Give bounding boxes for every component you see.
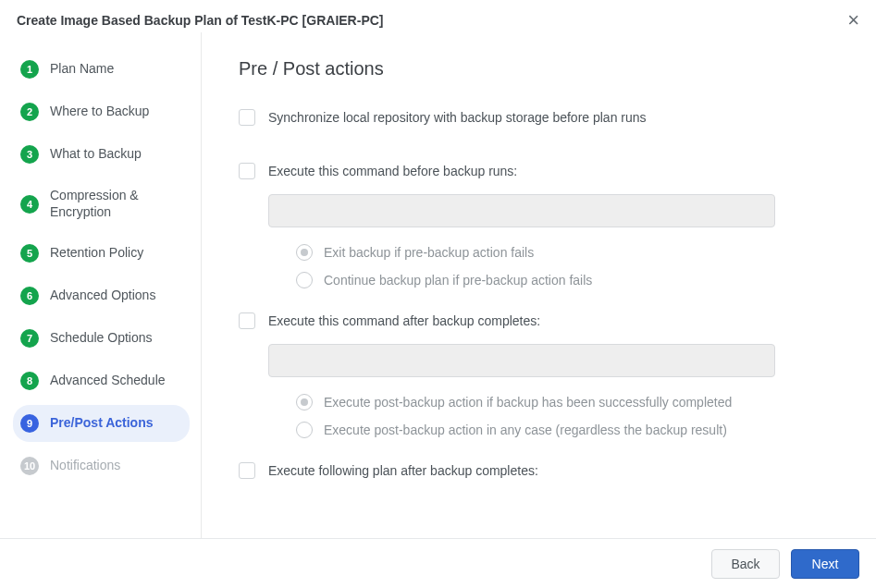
step-label: Schedule Options <box>50 330 153 347</box>
radio-label: Continue backup plan if pre-backup actio… <box>324 273 592 288</box>
radio-pre-continue[interactable] <box>296 272 313 288</box>
dialog-footer: Back Next <box>0 538 876 588</box>
checkbox-pre-command[interactable] <box>239 163 255 179</box>
checkbox-chain-plan[interactable] <box>239 462 255 479</box>
step-label: What to Backup <box>50 146 142 163</box>
step-compression-encryption[interactable]: 4 Compression & Encryption <box>13 178 190 229</box>
option-pre-command: Execute this command before backup runs: <box>239 163 839 179</box>
checkbox-label: Execute this command before backup runs: <box>268 164 517 178</box>
step-label: Advanced Options <box>50 288 155 304</box>
step-what-to-backup[interactable]: 3 What to Backup <box>13 136 190 173</box>
step-number-badge: 8 <box>20 372 39 390</box>
radio-post-any[interactable] <box>296 422 313 438</box>
step-label: Advanced Schedule <box>50 373 166 389</box>
step-notifications[interactable]: 10 Notifications <box>13 447 190 484</box>
option-post-command: Execute this command after backup comple… <box>239 312 839 329</box>
option-sync-repository: Synchronize local repository with backup… <box>239 109 839 126</box>
step-label: Retention Policy <box>50 245 143 262</box>
back-button[interactable]: Back <box>711 549 780 579</box>
checkbox-label: Execute this command after backup comple… <box>268 313 540 328</box>
radio-row-post-success[interactable]: Execute post-backup action if backup has… <box>296 394 839 410</box>
step-label: Compression & Encryption <box>50 188 182 220</box>
radio-label: Execute post-backup action in any case (… <box>324 423 727 437</box>
dialog-header: Create Image Based Backup Plan of TestK-… <box>0 0 876 32</box>
checkbox-label: Synchronize local repository with backup… <box>268 110 647 125</box>
wizard-sidebar: 1 Plan Name 2 Where to Backup 3 What to … <box>0 32 202 538</box>
step-advanced-options[interactable]: 6 Advanced Options <box>13 277 190 314</box>
next-button[interactable]: Next <box>791 549 859 579</box>
step-advanced-schedule[interactable]: 8 Advanced Schedule <box>13 362 190 399</box>
dialog-body: 1 Plan Name 2 Where to Backup 3 What to … <box>0 32 876 538</box>
step-number-badge: 7 <box>20 329 39 348</box>
radio-row-post-any[interactable]: Execute post-backup action in any case (… <box>296 422 839 438</box>
radio-label: Execute post-backup action if backup has… <box>324 395 732 410</box>
step-number-badge: 5 <box>20 244 39 263</box>
step-number-badge: 2 <box>20 103 39 121</box>
step-number-badge: 3 <box>20 145 39 164</box>
checkbox-post-command[interactable] <box>239 312 255 329</box>
main-panel: Pre / Post actions Synchronize local rep… <box>202 32 876 538</box>
step-number-badge: 10 <box>20 457 39 475</box>
dialog-title: Create Image Based Backup Plan of TestK-… <box>17 13 384 28</box>
pre-command-input[interactable] <box>268 194 775 227</box>
radio-label: Exit backup if pre-backup action fails <box>324 245 534 260</box>
checkbox-sync[interactable] <box>239 109 255 126</box>
step-number-badge: 9 <box>20 414 39 433</box>
checkbox-label: Execute following plan after backup comp… <box>268 463 538 478</box>
step-label: Where to Backup <box>50 104 149 120</box>
step-label: Plan Name <box>50 61 114 78</box>
close-icon[interactable]: × <box>847 10 859 31</box>
radio-row-pre-continue[interactable]: Continue backup plan if pre-backup actio… <box>296 272 839 288</box>
step-where-to-backup[interactable]: 2 Where to Backup <box>13 93 190 130</box>
radio-pre-exit[interactable] <box>296 244 313 261</box>
step-pre-post-actions[interactable]: 9 Pre/Post Actions <box>13 405 190 442</box>
step-number-badge: 4 <box>20 195 39 214</box>
radio-row-pre-exit[interactable]: Exit backup if pre-backup action fails <box>296 244 839 261</box>
step-number-badge: 1 <box>20 60 39 79</box>
option-chain-plan: Execute following plan after backup comp… <box>239 462 839 479</box>
step-number-badge: 6 <box>20 287 39 305</box>
step-label: Pre/Post Actions <box>50 415 154 432</box>
step-label: Notifications <box>50 458 120 474</box>
step-retention-policy[interactable]: 5 Retention Policy <box>13 235 190 272</box>
radio-post-success[interactable] <box>296 394 313 410</box>
page-title: Pre / Post actions <box>239 58 839 80</box>
step-schedule-options[interactable]: 7 Schedule Options <box>13 320 190 357</box>
post-command-input[interactable] <box>268 344 775 377</box>
step-plan-name[interactable]: 1 Plan Name <box>13 51 190 88</box>
